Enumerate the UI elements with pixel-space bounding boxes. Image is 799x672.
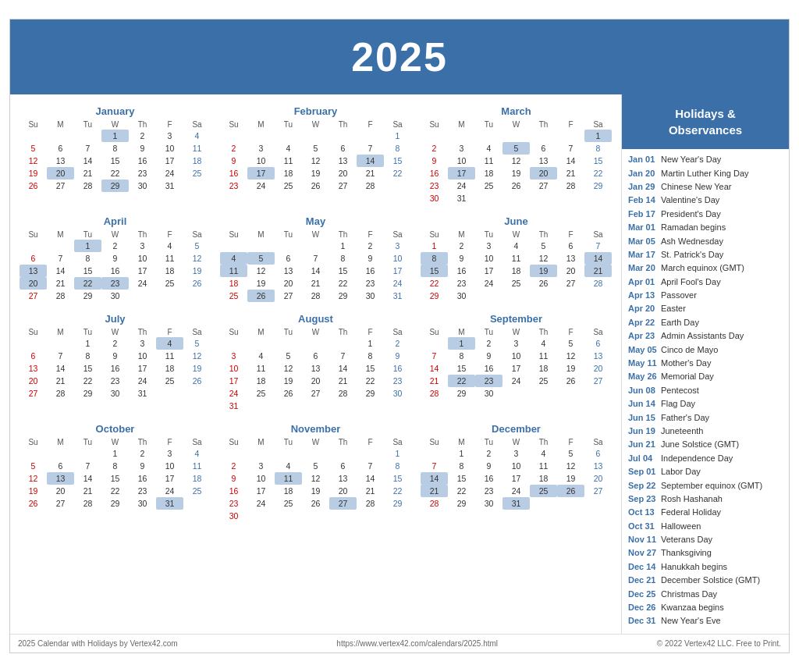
cal-day: 19	[20, 167, 47, 180]
holiday-date: Jun 14	[628, 398, 661, 410]
cal-day: 18	[183, 472, 211, 485]
cal-day	[584, 497, 612, 510]
cal-day: 8	[357, 350, 384, 362]
cal-day: 13	[329, 472, 357, 485]
cal-day: 16	[475, 472, 502, 485]
cal-day: 29	[384, 497, 411, 510]
day-header: Th	[129, 327, 156, 337]
cal-day: 1	[74, 337, 101, 350]
cal-day: 30	[475, 497, 502, 510]
cal-day: 26	[183, 375, 211, 387]
cal-day: 25	[475, 180, 502, 192]
day-header: W	[101, 437, 129, 447]
cal-day: 21	[421, 485, 448, 497]
footer: 2025 Calendar with Holidays by Vertex42.…	[10, 634, 789, 652]
cal-day: 9	[101, 350, 129, 362]
cal-day: 1	[448, 337, 475, 350]
cal-day: 30	[129, 497, 156, 510]
cal-day	[475, 290, 502, 302]
cal-day: 28	[47, 290, 74, 302]
cal-day: 13	[557, 252, 584, 265]
cal-day: 15	[357, 362, 384, 375]
cal-day: 16	[101, 362, 129, 375]
cal-day: 22	[101, 485, 129, 497]
cal-day: 11	[183, 460, 211, 472]
holiday-date: Jul 04	[628, 453, 661, 464]
cal-day: 20	[275, 277, 302, 290]
cal-day: 10	[156, 460, 183, 472]
cal-day: 31	[156, 497, 183, 510]
cal-day: 18	[475, 167, 502, 180]
cal-day: 31	[448, 192, 475, 204]
holiday-name: President's Day	[661, 208, 721, 220]
cal-day	[129, 290, 156, 302]
day-header: W	[302, 327, 329, 337]
holiday-date: Mar 05	[628, 236, 661, 247]
holiday-item: May 05Cinco de Mayo	[628, 344, 783, 356]
day-header: M	[47, 229, 74, 240]
cal-day: 8	[384, 460, 411, 472]
cal-day: 24	[247, 180, 275, 192]
holiday-date: Nov 11	[628, 534, 661, 546]
cal-day: 12	[20, 472, 47, 485]
cal-day: 14	[421, 472, 448, 485]
day-header: F	[557, 229, 584, 240]
cal-day: 8	[448, 460, 475, 472]
cal-day: 20	[302, 375, 329, 387]
cal-day: 5	[302, 460, 329, 472]
holiday-name: Cinco de Mayo	[661, 344, 718, 356]
calendars-grid: JanuarySuMTuWThFSa1234567891011121314151…	[16, 102, 615, 525]
cal-day: 13	[530, 155, 557, 167]
cal-day: 2	[421, 142, 448, 155]
month-title: December	[421, 423, 612, 435]
cal-day: 2	[129, 447, 156, 460]
cal-day: 30	[421, 192, 448, 204]
cal-day: 2	[475, 447, 502, 460]
holiday-date: Sep 22	[628, 480, 661, 492]
cal-day: 11	[275, 155, 302, 167]
cal-day: 6	[584, 337, 612, 350]
cal-day: 25	[502, 277, 530, 290]
cal-day	[357, 400, 384, 412]
cal-day: 29	[448, 387, 475, 400]
cal-day: 15	[448, 472, 475, 485]
cal-day: 13	[584, 350, 612, 362]
cal-day: 14	[357, 155, 384, 167]
holiday-item: Jun 08Pentecost	[628, 385, 783, 396]
cal-day: 28	[74, 497, 101, 510]
footer-left: 2025 Calendar with Holidays by Vertex42.…	[18, 639, 178, 648]
cal-day: 13	[275, 265, 302, 277]
cal-day: 24	[502, 375, 530, 387]
cal-day: 22	[74, 277, 101, 290]
cal-day: 28	[329, 387, 357, 400]
cal-day: 15	[74, 362, 101, 375]
cal-day: 2	[448, 240, 475, 252]
month-block-september: SeptemberSuMTuWThFSa12345678910111213141…	[417, 310, 615, 415]
cal-day: 7	[557, 142, 584, 155]
day-header: Th	[530, 437, 557, 447]
holiday-item: Nov 11Veterans Day	[628, 534, 783, 546]
cal-day: 25	[275, 180, 302, 192]
footer-center: https://www.vertex42.com/calendars/2025.…	[336, 639, 498, 648]
cal-table: SuMTuWThFSa12345678910111213141516171819…	[220, 229, 411, 302]
day-header: Tu	[275, 229, 302, 240]
day-header: Tu	[74, 119, 101, 130]
cal-day: 4	[530, 447, 557, 460]
cal-day	[530, 130, 557, 142]
cal-day: 1	[101, 130, 129, 142]
holiday-name: March equinox (GMT)	[661, 262, 744, 274]
cal-day: 29	[584, 180, 612, 192]
holiday-item: Mar 20March equinox (GMT)	[628, 262, 783, 274]
cal-day: 9	[384, 350, 411, 362]
cal-day: 3	[502, 447, 530, 460]
cal-day: 15	[74, 265, 101, 277]
cal-day: 29	[421, 290, 448, 302]
cal-day: 29	[74, 290, 101, 302]
cal-day: 17	[156, 472, 183, 485]
cal-day: 8	[74, 252, 101, 265]
cal-day: 21	[421, 375, 448, 387]
day-header: W	[101, 119, 129, 130]
cal-day	[47, 240, 74, 252]
holiday-item: Dec 21December Solstice (GMT)	[628, 574, 783, 586]
cal-day: 16	[448, 265, 475, 277]
